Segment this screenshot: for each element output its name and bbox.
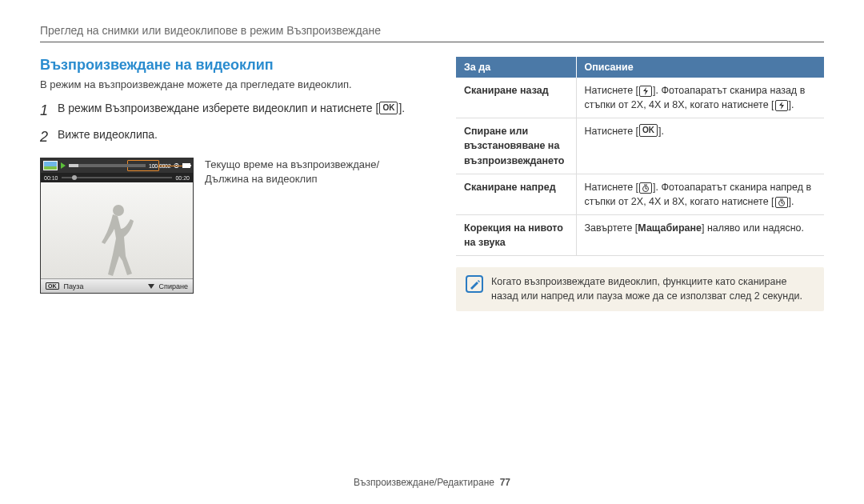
battery-icon bbox=[182, 163, 190, 168]
timer-icon bbox=[775, 197, 788, 208]
row-label: Спиране или възстановяване на възпроизве… bbox=[456, 118, 576, 174]
section-title: Възпроизвеждане на видеоклип bbox=[40, 57, 432, 74]
controls-table: За да Описание Сканиране назад Натиснете… bbox=[456, 57, 824, 256]
elapsed-time: 00:10 bbox=[44, 175, 58, 181]
ok-mini-icon: OK bbox=[46, 282, 59, 290]
step-text: Вижте видеоклипа. bbox=[58, 126, 158, 148]
note-icon bbox=[466, 275, 483, 293]
row-label: Корекция на нивото на звука bbox=[456, 214, 576, 255]
note-text: Когато възпроизвеждате видеоклип, функци… bbox=[491, 275, 814, 303]
step-2: 2 Вижте видеоклипа. bbox=[40, 126, 432, 148]
video-preview: 100-0002 ⦿ 00:10 00:20 bbox=[40, 158, 194, 294]
row-desc: Натиснете [OK]. bbox=[576, 118, 824, 174]
intro-text: В режим на възпроизвеждане можете да пре… bbox=[40, 78, 432, 90]
pause-label: Пауза bbox=[64, 282, 84, 290]
timeline-bar: 00:10 00:20 bbox=[41, 173, 193, 182]
table-row: Сканиране назад Натиснете []. Фотоапарат… bbox=[456, 78, 824, 118]
thumbnail-icon bbox=[43, 161, 58, 170]
step-number: 1 bbox=[40, 100, 58, 122]
breadcrumb: Преглед на снимки или видеоклипове в реж… bbox=[40, 24, 824, 37]
preview-caption: Текущо време на възпроизвеждане/ Дължина… bbox=[205, 158, 379, 186]
ok-icon: OK bbox=[379, 102, 398, 114]
dancer-silhouette bbox=[97, 198, 137, 278]
row-desc: Завъртете [Мащабиране] наляво или надясн… bbox=[576, 214, 824, 255]
step-1: 1 В режим Възпроизвеждане изберете видео… bbox=[40, 100, 432, 122]
ok-icon: OK bbox=[639, 124, 658, 137]
step-number: 2 bbox=[40, 126, 58, 148]
preview-bottombar: OK Пауза Спиране bbox=[41, 278, 193, 293]
step-text: В режим Възпроизвеждане изберете видеокл… bbox=[58, 100, 405, 122]
stop-label: Спиране bbox=[159, 282, 188, 290]
shutter-progress bbox=[69, 164, 146, 167]
steps-list: 1 В режим Възпроизвеждане изберете видео… bbox=[40, 100, 432, 148]
row-label: Сканиране назад bbox=[456, 78, 576, 118]
table-header-right: Описание bbox=[576, 57, 824, 78]
page-footer: Възпроизвеждане/Редактиране 77 bbox=[0, 477, 864, 488]
play-icon bbox=[61, 162, 66, 169]
down-icon bbox=[148, 284, 154, 289]
divider bbox=[40, 42, 824, 42]
flash-icon bbox=[639, 86, 652, 97]
row-desc: Натиснете []. Фотоапаратът сканира напре… bbox=[576, 174, 824, 214]
table-row: Спиране или възстановяване на възпроизве… bbox=[456, 118, 824, 174]
row-desc: Натиснете []. Фотоапаратът сканира назад… bbox=[576, 78, 824, 118]
svg-point-0 bbox=[113, 205, 124, 216]
table-row: Корекция на нивото на звука Завъртете [М… bbox=[456, 214, 824, 255]
preview-body bbox=[41, 182, 193, 278]
total-time: 00:20 bbox=[175, 175, 190, 181]
note-box: Когато възпроизвеждате видеоклип, функци… bbox=[456, 267, 824, 311]
flash-icon bbox=[775, 100, 788, 111]
zoom-label: Мащабиране bbox=[638, 222, 702, 234]
table-row: Сканиране напред Натиснете []. Фотоапара… bbox=[456, 174, 824, 214]
timer-icon bbox=[639, 182, 652, 194]
table-header-left: За да bbox=[456, 57, 576, 78]
row-label: Сканиране напред bbox=[456, 174, 576, 214]
